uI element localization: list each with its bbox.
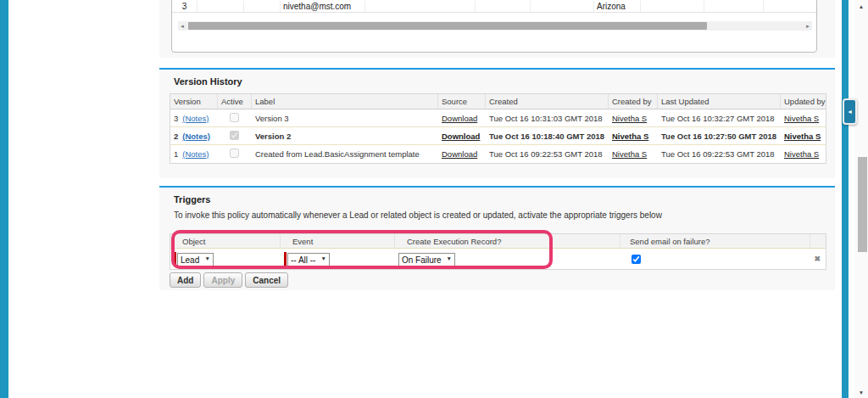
- created-cell: Tue Oct 16 09:22:53 GMT 2018: [486, 149, 609, 159]
- column-header-created: Created: [486, 94, 609, 109]
- records-table-box: 3 nivetha@mst.com Arizona ◄ ►: [171, 0, 817, 53]
- column-header-actions: [810, 234, 826, 248]
- scroll-left-icon[interactable]: ◄: [178, 21, 186, 31]
- right-accent-bar: [842, 0, 849, 398]
- version-history-panel: Version History Version Active Label Sou…: [159, 68, 835, 178]
- execution-select-wrap: On Failure ▼: [398, 251, 455, 267]
- column-header-version: Version: [170, 94, 218, 109]
- active-cell: [218, 149, 252, 160]
- updated-by-cell: Nivetha S: [781, 132, 826, 141]
- version-history-table: Version Active Label Source Created Crea…: [170, 93, 826, 164]
- column-header-event: Event: [281, 234, 395, 248]
- source-cell: Download: [438, 114, 486, 123]
- vertical-scrollbar-thumb[interactable]: [858, 157, 867, 252]
- version-history-title: Version History: [174, 76, 242, 87]
- empty-cell: [704, 1, 764, 12]
- delete-row-icon[interactable]: ✖: [814, 255, 821, 263]
- created-by-link[interactable]: Nivetha S: [612, 114, 647, 123]
- required-field-bar: [174, 252, 176, 266]
- created-by-cell: Nivetha S: [609, 114, 658, 123]
- column-header-active: Active: [218, 94, 252, 109]
- created-by-link[interactable]: Nivetha S: [612, 132, 648, 141]
- object-select[interactable]: Lead: [177, 253, 214, 267]
- add-button[interactable]: Add: [170, 272, 201, 288]
- trigger-row: Lead ▼ -- All -- ▼ On Failure ▼: [170, 249, 826, 269]
- created-by-cell: Nivetha S: [609, 149, 658, 159]
- source-cell: Download: [438, 132, 486, 141]
- row-number-cell: 3: [172, 1, 198, 12]
- created-cell: Tue Oct 16 10:18:40 GMT 2018: [486, 132, 609, 141]
- version-number: 2: [174, 132, 178, 141]
- version-history-header-row: Version Active Label Source Created Crea…: [170, 94, 826, 109]
- scroll-up-icon[interactable]: ▲: [854, 1, 868, 11]
- updated-by-cell: Nivetha S: [781, 114, 826, 123]
- created-by-link[interactable]: Nivetha S: [612, 149, 647, 159]
- active-checkbox[interactable]: [230, 113, 239, 122]
- version-cell: 1(Notes): [170, 149, 218, 159]
- column-header-created-by: Created by: [609, 94, 658, 109]
- version-row: 1(Notes) Created from Lead.BasicAssignme…: [170, 145, 826, 163]
- column-header-last-updated: Last Updated: [658, 94, 781, 109]
- column-header-object: Object: [170, 234, 281, 248]
- horizontal-scrollbar-thumb[interactable]: [188, 22, 707, 30]
- column-header-updated-by: Updated by: [781, 94, 826, 109]
- version-number: 3: [174, 114, 178, 123]
- event-select-wrap: -- All -- ▼: [287, 251, 330, 267]
- triggers-panel: Triggers To invoke this policy automatic…: [159, 186, 835, 290]
- send-email-checkbox[interactable]: [632, 255, 641, 264]
- updated-by-link[interactable]: Nivetha S: [784, 132, 821, 141]
- updated-by-link[interactable]: Nivetha S: [784, 149, 819, 159]
- notes-link[interactable]: (Notes): [182, 114, 209, 123]
- vertical-scrollbar[interactable]: ▲ ▼: [854, 0, 868, 398]
- notes-link[interactable]: (Notes): [182, 132, 210, 141]
- state-cell: Arizona: [594, 1, 641, 12]
- label-cell: Created from Lead.BasicAssignment templa…: [252, 149, 438, 159]
- event-cell: -- All -- ▼: [281, 251, 395, 267]
- apply-button[interactable]: Apply: [203, 272, 242, 288]
- column-header-label: Label: [252, 94, 438, 109]
- collapse-arrow-icon: ◄: [847, 109, 853, 115]
- empty-cell: [641, 1, 704, 12]
- required-field-bar: [284, 252, 287, 266]
- horizontal-scrollbar[interactable]: ◄ ►: [178, 21, 812, 31]
- empty-cell: [365, 1, 476, 12]
- scroll-down-icon[interactable]: ▼: [854, 387, 868, 397]
- download-link[interactable]: Download: [442, 114, 477, 123]
- created-cell: Tue Oct 16 10:31:03 GMT 2018: [486, 114, 609, 123]
- sidebar-collapse-tab[interactable]: ◄: [843, 98, 857, 125]
- active-cell: [218, 131, 252, 142]
- download-link[interactable]: Download: [442, 149, 477, 159]
- horizontal-scrollbar-track[interactable]: [186, 21, 804, 31]
- left-accent-bar: [0, 0, 8, 398]
- version-row: 3(Notes) Version 3 Download Tue Oct 16 1…: [170, 109, 826, 127]
- empty-cell: [198, 1, 244, 12]
- created-by-cell: Nivetha S: [609, 132, 658, 141]
- table-row: 3 nivetha@mst.com Arizona: [172, 1, 816, 13]
- object-select-wrap: Lead ▼: [177, 251, 214, 267]
- source-cell: Download: [438, 149, 486, 159]
- updated-by-link[interactable]: Nivetha S: [784, 114, 819, 123]
- scroll-right-icon[interactable]: ►: [804, 21, 812, 31]
- empty-cell: [244, 1, 281, 12]
- notes-link[interactable]: (Notes): [182, 149, 209, 159]
- event-select[interactable]: -- All --: [287, 253, 330, 267]
- last-updated-cell: Tue Oct 16 10:32:27 GMT 2018: [658, 114, 781, 123]
- active-checkbox[interactable]: [230, 131, 239, 140]
- triggers-table: Object Event Create Execution Record? Se…: [170, 233, 826, 270]
- label-cell: Version 3: [252, 114, 438, 123]
- triggers-description: To invoke this policy automatically when…: [174, 210, 662, 220]
- empty-cell: [476, 1, 531, 12]
- triggers-title: Triggers: [174, 194, 210, 205]
- download-link[interactable]: Download: [442, 132, 480, 141]
- empty-cell: [531, 1, 594, 12]
- triggers-button-bar: Add Apply Cancel: [170, 272, 288, 288]
- active-checkbox[interactable]: [230, 149, 239, 158]
- execution-record-cell: On Failure ▼: [395, 251, 550, 267]
- page: 3 nivetha@mst.com Arizona ◄ ►: [0, 0, 868, 398]
- cancel-button[interactable]: Cancel: [245, 272, 288, 288]
- version-cell: 3(Notes): [170, 114, 218, 123]
- execution-record-select[interactable]: On Failure: [398, 253, 455, 267]
- last-updated-cell: Tue Oct 16 09:22:53 GMT 2018: [658, 149, 781, 159]
- triggers-header-row: Object Event Create Execution Record? Se…: [170, 234, 826, 249]
- version-cell: 2(Notes): [170, 132, 218, 141]
